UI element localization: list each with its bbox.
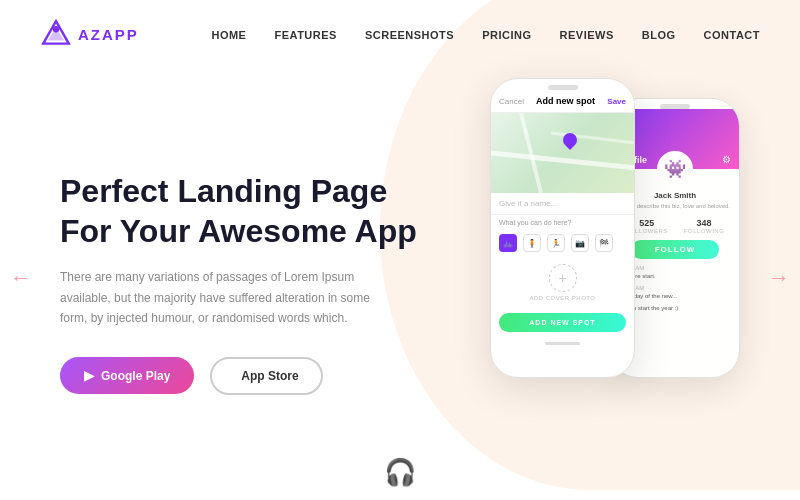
nav-links: HOME FEATURES SCREENSHOTS PRICING REVIEW… (211, 25, 760, 43)
google-play-button[interactable]: ▶ Google Play (60, 357, 194, 394)
map-what-label: What you can do here? (491, 215, 634, 230)
google-play-label: Google Play (101, 369, 170, 383)
logo-text: AZAPP (78, 26, 139, 43)
following-label: FOLLOWING (684, 228, 725, 234)
phone-main: Cancel Add new spot Save Give it a name.… (490, 78, 635, 378)
category-flag-icon[interactable]: 🏁 (595, 234, 613, 252)
nav-pricing[interactable]: PRICING (482, 29, 531, 41)
add-photo-circle[interactable]: + (549, 264, 577, 292)
svg-line-3 (491, 153, 634, 168)
feed-item-3: way to start the year :) (619, 305, 731, 313)
add-photo-area: + ADD COVER PHOTO (491, 256, 634, 309)
app-store-label: App Store (241, 369, 298, 383)
profile-avatar: 👾 (657, 151, 693, 187)
nav-home[interactable]: HOME (211, 29, 246, 41)
hero-description: There are many variations of passages of… (60, 267, 380, 328)
add-photo-label: ADD COVER PHOTO (529, 295, 595, 301)
hero-content: Perfect Landing Page For Your Awesome Ap… (60, 171, 440, 394)
feed-time-2: 11:06 AM (619, 285, 731, 293)
cta-buttons: ▶ Google Play App Store (60, 357, 440, 395)
nav-features[interactable]: FEATURES (274, 29, 336, 41)
map-roads-svg (491, 113, 634, 193)
category-person-icon[interactable]: 🧍 (523, 234, 541, 252)
svg-line-4 (521, 113, 541, 193)
nav-contact[interactable]: CONTACT (704, 29, 760, 41)
prev-arrow[interactable]: ← (10, 265, 32, 291)
app-store-button[interactable]: App Store (210, 357, 322, 395)
feed-item-1: 11:06 AM not sure start. (619, 265, 731, 281)
map-category-icons: 🚲 🧍 🏃 📷 🏁 (491, 230, 634, 256)
map-header: Cancel Add new spot Save (491, 90, 634, 113)
nav-reviews[interactable]: REVIEWS (560, 29, 614, 41)
hero-section: Perfect Landing Page For Your Awesome Ap… (0, 68, 800, 488)
support-icon[interactable]: 🎧 (384, 457, 416, 488)
logo[interactable]: AZAPP (40, 18, 139, 50)
svg-point-2 (53, 26, 59, 32)
map-cancel[interactable]: Cancel (499, 97, 524, 106)
google-play-icon: ▶ (84, 368, 94, 383)
map-name-input[interactable]: Give it a name... (491, 193, 634, 215)
following-stat: 348 FOLLOWING (684, 218, 725, 234)
nav-screenshots[interactable]: SCREENSHOTS (365, 29, 454, 41)
next-arrow[interactable]: → (768, 265, 790, 291)
navbar: AZAPP HOME FEATURES SCREENSHOTS PRICING … (0, 0, 800, 68)
category-camera-icon[interactable]: 📷 (571, 234, 589, 252)
nav-blog[interactable]: BLOG (642, 29, 676, 41)
map-view (491, 113, 634, 193)
settings-icon[interactable]: ⚙ (722, 154, 731, 165)
phones-mockup: Cancel Add new spot Save Give it a name.… (490, 78, 740, 378)
category-bike-icon[interactable]: 🚲 (499, 234, 517, 252)
feed-time-1: 11:06 AM (619, 265, 731, 273)
hero-title: Perfect Landing Page For Your Awesome Ap… (60, 171, 440, 251)
add-new-spot-button[interactable]: ADD NEW SPOT (499, 313, 626, 332)
following-count: 348 (684, 218, 725, 228)
map-screen: Cancel Add new spot Save Give it a name.… (491, 90, 634, 378)
map-save[interactable]: Save (607, 97, 626, 106)
follow-button[interactable]: FOLLOW (631, 240, 719, 259)
feed-item-2: 11:06 AM rking day of the new... (619, 285, 731, 301)
category-run-icon[interactable]: 🏃 (547, 234, 565, 252)
map-title: Add new spot (536, 96, 595, 106)
home-bar (491, 336, 634, 350)
